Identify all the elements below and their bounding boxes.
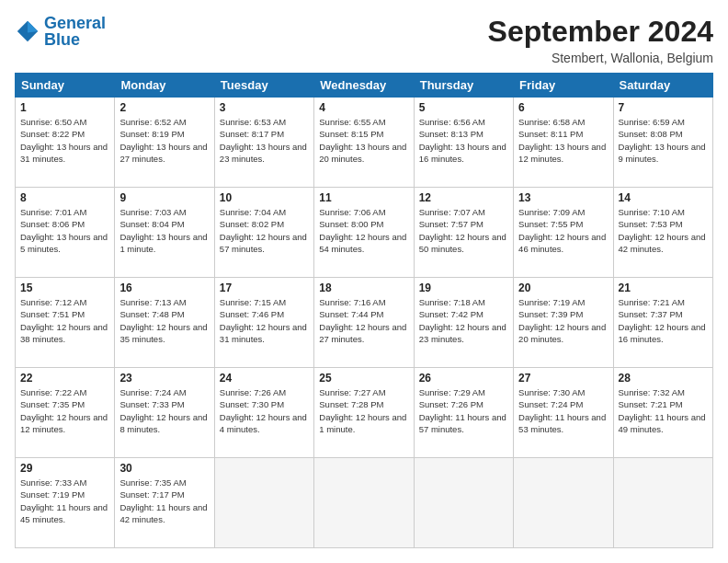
location: Stembert, Wallonia, Belgium [488, 51, 713, 65]
col-monday: Monday [115, 74, 214, 98]
cell-13: 13 Sunrise: 7:09 AM Sunset: 7:55 PM Dayl… [514, 188, 613, 278]
cell-4: 4 Sunrise: 6:55 AM Sunset: 8:15 PM Dayli… [314, 98, 414, 188]
month-title: September 2024 [488, 15, 713, 49]
cell-21: 21 Sunrise: 7:21 AM Sunset: 7:37 PM Dayl… [613, 278, 712, 368]
header: General Blue September 2024 Stembert, Wa… [15, 15, 713, 65]
col-friday: Friday [514, 74, 613, 98]
col-wednesday: Wednesday [314, 74, 414, 98]
cell-2: 2 Sunrise: 6:52 AM Sunset: 8:19 PM Dayli… [115, 98, 214, 188]
cell-25: 25 Sunrise: 7:27 AM Sunset: 7:28 PM Dayl… [314, 368, 414, 458]
cell-empty-1 [214, 458, 313, 548]
table-row: 15 Sunrise: 7:12 AM Sunset: 7:51 PM Dayl… [16, 278, 713, 368]
col-tuesday: Tuesday [214, 74, 313, 98]
cell-9: 9 Sunrise: 7:03 AM Sunset: 8:04 PM Dayli… [115, 188, 214, 278]
cell-16: 16 Sunrise: 7:13 AM Sunset: 7:48 PM Dayl… [115, 278, 214, 368]
cell-10: 10 Sunrise: 7:04 AM Sunset: 8:02 PM Dayl… [214, 188, 313, 278]
cell-3: 3 Sunrise: 6:53 AM Sunset: 8:17 PM Dayli… [214, 98, 313, 188]
col-sunday: Sunday [16, 74, 115, 98]
cell-24: 24 Sunrise: 7:26 AM Sunset: 7:30 PM Dayl… [214, 368, 313, 458]
logo-text: General Blue [44, 15, 106, 48]
logo-icon [15, 18, 40, 44]
table-row: 29 Sunrise: 7:33 AM Sunset: 7:19 PM Dayl… [16, 458, 713, 548]
cell-1: 1 Sunrise: 6:50 AM Sunset: 8:22 PM Dayli… [16, 98, 115, 188]
title-section: September 2024 Stembert, Wallonia, Belgi… [488, 15, 713, 65]
cell-12: 12 Sunrise: 7:07 AM Sunset: 7:57 PM Dayl… [414, 188, 513, 278]
cell-22: 22 Sunrise: 7:22 AM Sunset: 7:35 PM Dayl… [16, 368, 115, 458]
cell-empty-5 [613, 458, 712, 548]
table-row: 8 Sunrise: 7:01 AM Sunset: 8:06 PM Dayli… [16, 188, 713, 278]
cell-empty-3 [414, 458, 513, 548]
cell-8: 8 Sunrise: 7:01 AM Sunset: 8:06 PM Dayli… [16, 188, 115, 278]
table-row: 1 Sunrise: 6:50 AM Sunset: 8:22 PM Dayli… [16, 98, 713, 188]
col-saturday: Saturday [613, 74, 712, 98]
cell-27: 27 Sunrise: 7:30 AM Sunset: 7:24 PM Dayl… [514, 368, 613, 458]
calendar-table: Sunday Monday Tuesday Wednesday Thursday… [15, 73, 713, 548]
cell-19: 19 Sunrise: 7:18 AM Sunset: 7:42 PM Dayl… [414, 278, 513, 368]
cell-empty-2 [314, 458, 414, 548]
cell-5: 5 Sunrise: 6:56 AM Sunset: 8:13 PM Dayli… [414, 98, 513, 188]
header-row: Sunday Monday Tuesday Wednesday Thursday… [16, 74, 713, 98]
cell-18: 18 Sunrise: 7:16 AM Sunset: 7:44 PM Dayl… [314, 278, 414, 368]
cell-30: 30 Sunrise: 7:35 AM Sunset: 7:17 PM Dayl… [115, 458, 214, 548]
logo: General Blue [15, 15, 106, 48]
cell-6: 6 Sunrise: 6:58 AM Sunset: 8:11 PM Dayli… [514, 98, 613, 188]
col-thursday: Thursday [414, 74, 513, 98]
cell-17: 17 Sunrise: 7:15 AM Sunset: 7:46 PM Dayl… [214, 278, 313, 368]
cell-29: 29 Sunrise: 7:33 AM Sunset: 7:19 PM Dayl… [16, 458, 115, 548]
cell-7: 7 Sunrise: 6:59 AM Sunset: 8:08 PM Dayli… [613, 98, 712, 188]
cell-14: 14 Sunrise: 7:10 AM Sunset: 7:53 PM Dayl… [613, 188, 712, 278]
cell-15: 15 Sunrise: 7:12 AM Sunset: 7:51 PM Dayl… [16, 278, 115, 368]
cell-28: 28 Sunrise: 7:32 AM Sunset: 7:21 PM Dayl… [613, 368, 712, 458]
table-row: 22 Sunrise: 7:22 AM Sunset: 7:35 PM Dayl… [16, 368, 713, 458]
svg-marker-1 [28, 21, 38, 33]
cell-empty-4 [514, 458, 613, 548]
cell-11: 11 Sunrise: 7:06 AM Sunset: 8:00 PM Dayl… [314, 188, 414, 278]
cell-20: 20 Sunrise: 7:19 AM Sunset: 7:39 PM Dayl… [514, 278, 613, 368]
cell-23: 23 Sunrise: 7:24 AM Sunset: 7:33 PM Dayl… [115, 368, 214, 458]
cell-26: 26 Sunrise: 7:29 AM Sunset: 7:26 PM Dayl… [414, 368, 513, 458]
page: General Blue September 2024 Stembert, Wa… [0, 0, 728, 563]
